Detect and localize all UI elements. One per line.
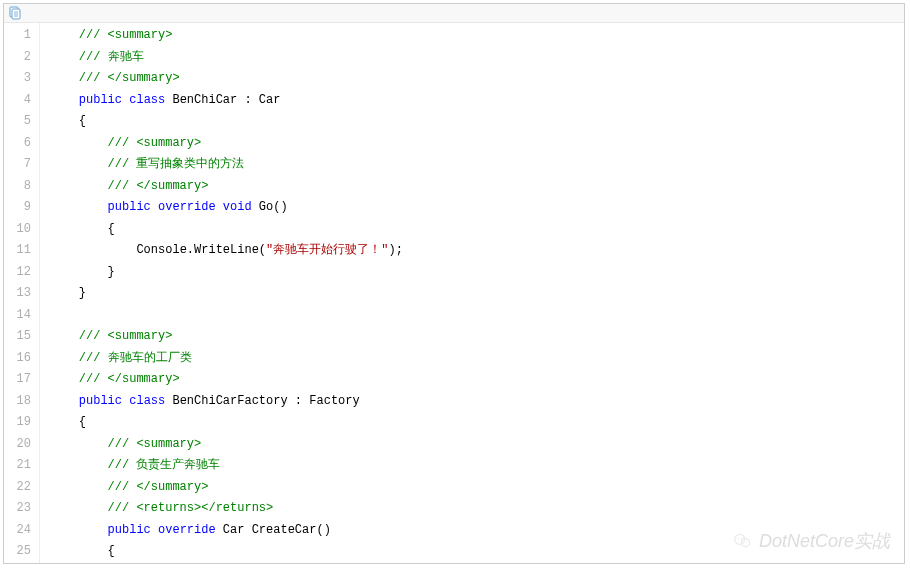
token: class (129, 93, 165, 107)
code-line: /// <summary> (50, 25, 904, 47)
token: } (108, 265, 115, 279)
token: public (79, 93, 122, 107)
line-number: 2 (12, 47, 31, 69)
line-number-gutter: 1234567891011121314151617181920212223242… (4, 23, 40, 563)
line-number: 4 (12, 90, 31, 112)
line-number: 25 (12, 541, 31, 563)
token: Go() (252, 200, 288, 214)
token: { (79, 114, 86, 128)
code-line: } (50, 262, 904, 284)
line-number: 9 (12, 197, 31, 219)
code-line: public class BenChiCar : Car (50, 90, 904, 112)
token: /// <returns></returns> (108, 501, 274, 515)
code-line: public override Car CreateCar() (50, 520, 904, 542)
token: Console.WriteLine( (136, 243, 266, 257)
token: "奔驰车开始行驶了！" (266, 243, 388, 257)
token: /// <summary> (108, 136, 202, 150)
code-line: } (50, 283, 904, 305)
code-line: public class BenChiCarFactory : Factory (50, 391, 904, 413)
token: /// <summary> (79, 28, 173, 42)
line-number: 5 (12, 111, 31, 133)
line-number: 18 (12, 391, 31, 413)
code-line: { (50, 219, 904, 241)
code-line: Console.WriteLine("奔驰车开始行驶了！"); (50, 240, 904, 262)
line-number: 6 (12, 133, 31, 155)
code-line: { (50, 111, 904, 133)
line-number: 16 (12, 348, 31, 370)
code-line: { (50, 412, 904, 434)
line-number: 8 (12, 176, 31, 198)
line-number: 23 (12, 498, 31, 520)
token: ); (388, 243, 402, 257)
token: /// </summary> (79, 71, 180, 85)
code-line: /// <summary> (50, 434, 904, 456)
token: /// </summary> (108, 179, 209, 193)
code-line: /// 奔驰车 (50, 47, 904, 69)
line-number: 24 (12, 520, 31, 542)
code-line (50, 305, 904, 327)
token (216, 200, 223, 214)
token: } (79, 286, 86, 300)
code-viewer-panel: 1234567891011121314151617181920212223242… (3, 3, 905, 564)
line-number: 1 (12, 25, 31, 47)
code-line: /// </summary> (50, 68, 904, 90)
line-number: 7 (12, 154, 31, 176)
code-line: { (50, 541, 904, 563)
token: /// 奔驰车的工厂类 (79, 351, 192, 365)
token: void (223, 200, 252, 214)
token: override (158, 200, 216, 214)
token: public (79, 394, 122, 408)
line-number: 15 (12, 326, 31, 348)
line-number: 14 (12, 305, 31, 327)
code-line: public override void Go() (50, 197, 904, 219)
line-number: 19 (12, 412, 31, 434)
token: override (158, 523, 216, 537)
token: BenChiCarFactory : Factory (165, 394, 359, 408)
token: /// 重写抽象类中的方法 (108, 157, 245, 171)
token: BenChiCar : Car (165, 93, 280, 107)
line-number: 11 (12, 240, 31, 262)
token: /// <summary> (79, 329, 173, 343)
toolbar (4, 4, 904, 22)
token (151, 200, 158, 214)
copy-icon[interactable] (8, 6, 22, 20)
code-line: /// <summary> (50, 326, 904, 348)
token: { (108, 222, 115, 236)
line-number: 3 (12, 68, 31, 90)
code-line: /// 重写抽象类中的方法 (50, 154, 904, 176)
line-number: 13 (12, 283, 31, 305)
token: { (79, 415, 86, 429)
code-line: /// </summary> (50, 477, 904, 499)
line-number: 10 (12, 219, 31, 241)
token: /// 负责生产奔驰车 (108, 458, 221, 472)
code-content[interactable]: /// <summary> /// 奔驰车 /// </summary> pub… (40, 23, 904, 563)
token: public (108, 200, 151, 214)
token: /// </summary> (108, 480, 209, 494)
token: Car CreateCar() (216, 523, 331, 537)
code-line: /// </summary> (50, 176, 904, 198)
line-number: 22 (12, 477, 31, 499)
line-number: 20 (12, 434, 31, 456)
code-line: /// 负责生产奔驰车 (50, 455, 904, 477)
line-number: 12 (12, 262, 31, 284)
line-number: 21 (12, 455, 31, 477)
line-number: 17 (12, 369, 31, 391)
token (151, 523, 158, 537)
token: /// <summary> (108, 437, 202, 451)
token: public (108, 523, 151, 537)
token: { (108, 544, 115, 558)
code-line: /// 奔驰车的工厂类 (50, 348, 904, 370)
code-line: /// </summary> (50, 369, 904, 391)
token: /// </summary> (79, 372, 180, 386)
code-area: 1234567891011121314151617181920212223242… (4, 22, 904, 563)
token: /// 奔驰车 (79, 50, 144, 64)
code-line: /// <summary> (50, 133, 904, 155)
token: class (129, 394, 165, 408)
code-line: /// <returns></returns> (50, 498, 904, 520)
